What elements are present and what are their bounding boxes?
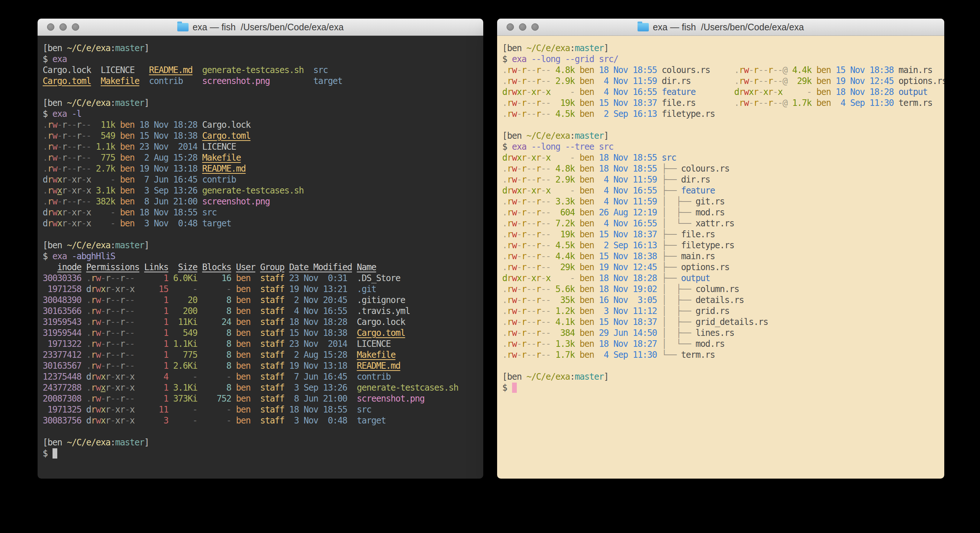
text-segment: Permissions <box>86 262 139 272</box>
permission-char: r <box>507 98 512 108</box>
terminal-line: 20087308 .rw-r--r-- 1 373Ki 752 ben staf… <box>43 393 478 404</box>
text-segment <box>657 185 662 196</box>
permission-char: r <box>105 350 110 360</box>
terminal-line: .rw-r--r-- 549 ben 15 Nov 18:38 Cargo.to… <box>43 130 478 141</box>
minimize-button[interactable] <box>519 23 526 31</box>
permission-char: - <box>531 240 536 251</box>
text-segment <box>575 251 579 262</box>
text-segment: 3 Nov 11:12 <box>599 306 657 316</box>
permission-char: - <box>526 262 531 272</box>
permission-char: - <box>541 273 546 283</box>
text-segment: ben <box>236 404 251 415</box>
text-segment: ~/C/e/exa <box>67 240 110 251</box>
permission-char: - <box>86 142 91 152</box>
permission-char: r <box>507 185 512 196</box>
permission-char: - <box>130 317 135 327</box>
permission-char: . <box>502 218 507 228</box>
text-segment: 775 <box>101 153 115 163</box>
permission-char: - <box>125 284 129 294</box>
text-segment <box>169 317 178 327</box>
text-segment <box>526 142 531 152</box>
text-segment: : <box>110 98 115 108</box>
permission-char: - <box>81 196 86 207</box>
permission-char: r <box>105 295 110 305</box>
permission-char: - <box>526 174 531 185</box>
permission-char: r <box>507 339 512 349</box>
text-segment <box>811 76 816 86</box>
permission-char: r <box>91 372 96 382</box>
text-segment <box>285 404 289 415</box>
permission-char: r <box>91 415 96 426</box>
permission-char: - <box>101 295 105 305</box>
permission-char: - <box>541 109 546 119</box>
permission-char: w <box>52 185 57 196</box>
terminal-line: .rw-r--r-- 5.6k ben 18 Nov 19:02 │ ├── c… <box>502 284 939 295</box>
text-segment <box>695 87 734 97</box>
permission-char: r <box>507 273 512 283</box>
permission-char: r <box>76 131 81 141</box>
text-segment <box>575 229 579 239</box>
close-button[interactable] <box>507 23 514 31</box>
terminal-content[interactable]: [ben ~/C/e/exa:master]$ exaCargo.lock LI… <box>38 36 483 466</box>
text-segment: $ <box>43 54 52 64</box>
text-segment <box>135 415 164 426</box>
traffic-lights <box>47 19 79 35</box>
zoom-button[interactable] <box>72 23 79 31</box>
permission-char: w <box>512 174 517 185</box>
permission-char: w <box>512 76 517 86</box>
minimize-button[interactable] <box>59 23 67 31</box>
text-segment <box>135 164 139 174</box>
text-segment <box>347 372 357 382</box>
permission-char: - <box>67 153 72 163</box>
permission-char: w <box>512 87 517 97</box>
terminal-line: 30163567 .rw-r--r-- 1 2.6Ki 8 ben staff … <box>43 360 478 371</box>
close-button[interactable] <box>47 23 54 31</box>
text-segment: 373Ki <box>173 394 197 404</box>
permission-char: - <box>546 65 550 75</box>
text-segment: exa <box>52 251 67 262</box>
text-segment: 30048390 <box>43 295 81 305</box>
window-titlebar[interactable]: exa — fish /Users/ben/Code/exa/exa <box>497 19 944 36</box>
permission-char: - <box>67 131 72 141</box>
text-segment <box>575 350 579 360</box>
text-segment <box>594 109 599 119</box>
text-segment <box>135 131 139 141</box>
text-segment: 2 Aug 15:28 <box>139 153 197 163</box>
text-segment: - <box>192 404 197 415</box>
text-segment <box>551 109 555 119</box>
text-segment: lines.rs <box>695 328 734 338</box>
text-segment: [ben <box>43 240 67 251</box>
text-segment: [ben <box>502 131 526 141</box>
permission-char: - <box>130 350 135 360</box>
permission-char: w <box>512 306 517 316</box>
terminal-line: drwxr-xr-x - ben 3 Nov 0:48 target <box>43 218 478 229</box>
permission-char: - <box>517 240 522 251</box>
terminal-content[interactable]: [ben ~/C/e/exa:master]$ exa --long --gri… <box>497 36 944 400</box>
text-segment: README.md <box>202 164 245 174</box>
permission-char: r <box>91 394 96 404</box>
text-segment: │ └── <box>662 218 695 228</box>
text-segment <box>657 273 662 283</box>
text-segment <box>197 295 226 305</box>
permission-char: x <box>86 174 91 185</box>
permission-char: x <box>86 218 91 228</box>
permission-char: d <box>86 284 91 294</box>
permission-char: r <box>48 142 52 152</box>
window-titlebar[interactable]: exa — fish /Users/ben/Code/exa/exa <box>38 19 483 36</box>
terminal-line: .rw-r--r-- 3.3k ben 4 Nov 11:59 │ ├── gi… <box>502 196 939 207</box>
text-segment <box>575 87 579 97</box>
permission-char: r <box>120 415 125 426</box>
text-segment: 2 Sep 16:13 <box>599 240 657 251</box>
text-segment <box>135 174 139 185</box>
text-segment <box>551 295 561 305</box>
text-segment <box>575 153 579 163</box>
text-segment <box>575 174 579 185</box>
permission-char: r <box>536 306 541 316</box>
text-segment <box>197 207 202 218</box>
text-segment: file.rs <box>681 229 715 239</box>
text-segment: : <box>110 240 115 251</box>
permission-char: r <box>522 185 526 196</box>
text-segment <box>575 185 579 196</box>
zoom-button[interactable] <box>531 23 539 31</box>
permission-char: w <box>744 65 749 75</box>
